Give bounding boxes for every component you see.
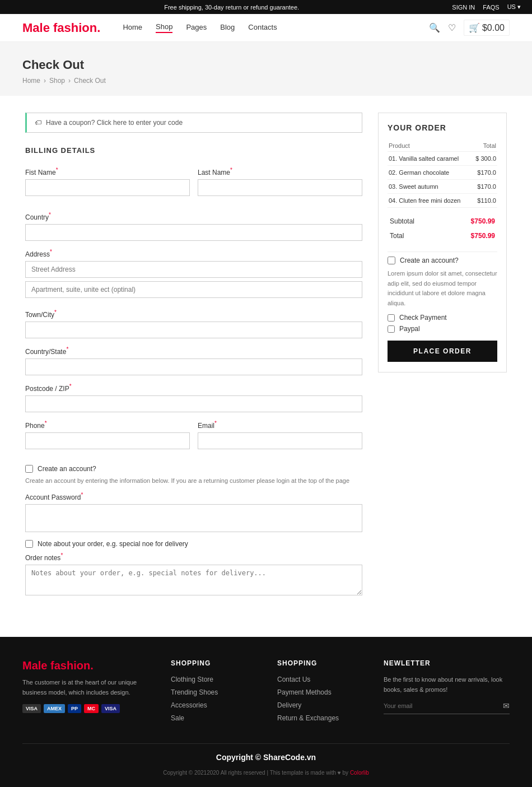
main-nav: Home Shop Pages Blog Contacts <box>123 22 429 33</box>
order-create-account-label[interactable]: Create an account? <box>400 257 459 264</box>
name-row: Fist Name* Last Name* <box>25 167 362 204</box>
header-icons: 🔍 ♡ 🛒 $0.00 <box>429 20 510 36</box>
breadcrumb-home[interactable]: Home <box>22 77 40 85</box>
copyright-bar: Copyright © ShareCode.vn <box>22 743 510 765</box>
order-note-checkbox[interactable] <box>25 540 33 548</box>
order-item-name: 02. German chocolate <box>388 166 472 180</box>
clothing-store-link[interactable]: Clothing Store <box>171 676 213 683</box>
delivery-link[interactable]: Delivery <box>277 701 301 709</box>
footer-shopping2: SHOPPING Contact Us Payment Methods Deli… <box>277 659 361 727</box>
apt-address-input[interactable] <box>25 281 362 298</box>
coupon-bar[interactable]: 🏷 Have a coupon? Click here to enter you… <box>25 113 362 133</box>
nav-home[interactable]: Home <box>123 23 142 32</box>
postcode-group: Postcode / ZIP* <box>25 383 362 412</box>
order-create-account-checkbox[interactable] <box>388 257 395 264</box>
order-item-name: 01. Vanilla salted caramel <box>388 152 472 166</box>
paypal-icon: PP <box>68 704 81 713</box>
check-payment-checkbox[interactable] <box>388 314 395 322</box>
nav-contacts[interactable]: Contacts <box>248 23 277 32</box>
country-input[interactable] <box>25 224 362 241</box>
order-summary: YOUR ORDER Product Total 01. Vanilla sal… <box>378 113 507 372</box>
footer-newsletter: NEWLETTER Be the first to know about new… <box>384 659 510 727</box>
password-input[interactable] <box>25 504 362 532</box>
trending-shoes-link[interactable]: Trending Shoes <box>171 688 218 696</box>
lorem-text: Lorem ipsum dolor sit amet, consectetur … <box>388 269 497 308</box>
breadcrumb-current: Check Out <box>74 77 106 85</box>
account-note: Create an account by entering the inform… <box>25 477 362 484</box>
paypal-label[interactable]: Paypal <box>399 325 420 333</box>
country-state-label: Country/State* <box>25 346 362 356</box>
wishlist-icon[interactable]: ♡ <box>448 22 456 33</box>
footer-shopping1-title: SHOPPING <box>171 659 255 667</box>
top-bar: Free shipping, 30-day return or refund g… <box>0 0 532 14</box>
breadcrumb-shop[interactable]: Shop <box>49 77 65 85</box>
postcode-input[interactable] <box>25 395 362 412</box>
cart-button[interactable]: 🛒 $0.00 <box>464 20 510 36</box>
search-icon[interactable]: 🔍 <box>429 22 440 33</box>
footer-shopping1-list: Clothing Store Trending Shoes Accessorie… <box>171 675 255 722</box>
colorlib-link[interactable]: Colorlib <box>350 770 369 776</box>
cart-icon: 🛒 <box>469 22 480 33</box>
accessories-link[interactable]: Accessories <box>171 701 207 709</box>
signin-link[interactable]: SIGN IN <box>452 4 475 11</box>
country-state-group: Country/State* <box>25 346 362 375</box>
street-address-input[interactable] <box>25 261 362 278</box>
total-col-header: Total <box>472 140 497 152</box>
order-item-price: $170.0 <box>472 180 497 194</box>
check-payment-label[interactable]: Check Payment <box>399 314 447 322</box>
product-col-header: Product <box>388 140 472 152</box>
list-item: Clothing Store <box>171 675 255 683</box>
logo[interactable]: Male fashion. <box>22 21 100 35</box>
nav-shop[interactable]: Shop <box>156 22 172 33</box>
nav-pages[interactable]: Pages <box>186 23 207 32</box>
language-selector[interactable]: US ▾ <box>507 3 521 11</box>
footer-grid: Male fashion. The customer is at the hea… <box>22 659 510 727</box>
list-item: Trending Shoes <box>171 688 255 696</box>
order-notes-group: Order notes* <box>25 552 362 595</box>
returns-link[interactable]: Return & Exchanges <box>277 714 339 722</box>
subtotal-amount: $750.99 <box>444 215 496 228</box>
payment-methods-link[interactable]: Payment Methods <box>277 688 332 696</box>
phone-input[interactable] <box>25 432 190 449</box>
header: Male fashion. Home Shop Pages Blog Conta… <box>0 14 532 42</box>
footer-brand: Male fashion. The customer is at the hea… <box>22 659 148 727</box>
order-notes-textarea[interactable] <box>25 565 362 595</box>
total-amount: $750.99 <box>444 229 496 243</box>
footer: Male fashion. The customer is at the hea… <box>0 637 532 787</box>
place-order-button[interactable]: PLACE ORDER <box>388 341 497 362</box>
country-state-input[interactable] <box>25 358 362 375</box>
list-item: Return & Exchanges <box>277 714 361 722</box>
newsletter-submit-button[interactable]: ✉ <box>503 701 510 710</box>
order-item-name: 04. Cluten free mini dozen <box>388 194 472 208</box>
email-label: Email* <box>198 420 362 430</box>
first-name-input[interactable] <box>25 179 190 196</box>
faqs-link[interactable]: FAQS <box>483 4 499 11</box>
nav-blog[interactable]: Blog <box>220 23 235 32</box>
create-account-checkbox[interactable] <box>25 465 33 473</box>
create-account-label[interactable]: Create an account? <box>38 465 96 473</box>
email-input[interactable] <box>198 432 362 449</box>
newsletter-form: ✉ <box>384 701 510 714</box>
password-group: Account Password* <box>25 492 362 532</box>
top-bar-actions: SIGN IN FAQS US ▾ <box>452 3 521 11</box>
subtotal-label: Subtotal <box>389 215 442 228</box>
payment-icons: VISA AMEX PP MC VISA <box>22 704 148 713</box>
country-label: Country* <box>25 212 362 221</box>
footer-logo: Male fashion. <box>22 659 148 672</box>
note-checkbox-row: Note about your order, e.g. special noe … <box>25 540 362 548</box>
last-name-input[interactable] <box>198 179 362 196</box>
main-content: 🏷 Have a coupon? Click here to enter you… <box>14 113 518 603</box>
order-item-price: $170.0 <box>472 166 497 180</box>
first-name-label: Fist Name* <box>25 167 190 176</box>
contact-us-link[interactable]: Contact Us <box>277 676 310 683</box>
sale-link[interactable]: Sale <box>171 714 184 722</box>
list-item: Payment Methods <box>277 688 361 696</box>
order-note-label[interactable]: Note about your order, e.g. special noe … <box>38 540 188 548</box>
copyright-text: Copyright © ShareCode.vn <box>216 753 316 762</box>
newsletter-input[interactable] <box>384 701 503 710</box>
billing-title: BILLING DETAILS <box>25 146 362 158</box>
town-input[interactable] <box>25 322 362 338</box>
paypal-checkbox[interactable] <box>388 325 395 333</box>
breadcrumb: Home › Shop › Check Out <box>22 77 510 85</box>
order-table-row: 04. Cluten free mini dozen $110.0 <box>388 194 497 208</box>
